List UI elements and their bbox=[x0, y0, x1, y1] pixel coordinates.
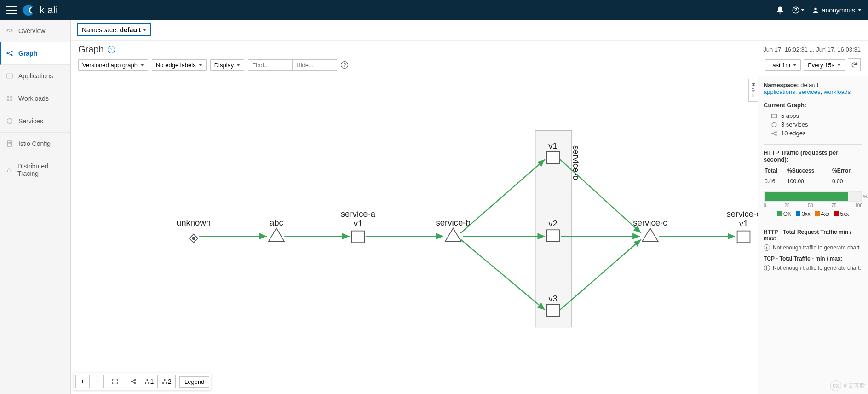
sidebar-item-graph[interactable]: Graph bbox=[0, 42, 70, 65]
sidebar-item-label: Workloads bbox=[18, 95, 49, 102]
sidebar-item-label: Overview bbox=[18, 27, 45, 35]
display-label: Display bbox=[214, 62, 234, 69]
sidebar-item-applications[interactable]: Applications bbox=[0, 65, 70, 87]
graph-controls: + − 1 bbox=[74, 373, 211, 390]
help-menu[interactable] bbox=[792, 6, 805, 14]
tick: 75 bbox=[831, 203, 836, 208]
refresh-icon bbox=[851, 62, 857, 68]
find-input[interactable] bbox=[248, 60, 293, 70]
zoom-in-button[interactable]: + bbox=[76, 375, 90, 388]
graph-icon bbox=[6, 50, 14, 57]
sidebar-item-overview[interactable]: Overview bbox=[0, 20, 70, 42]
svg-line-7 bbox=[8, 52, 11, 53]
link-workloads[interactable]: workloads bbox=[824, 88, 851, 95]
zoom-out-button[interactable]: − bbox=[90, 375, 103, 388]
node-service-a-title: service-a bbox=[341, 209, 376, 219]
sidebar: Overview Graph Applications Workloads Se… bbox=[0, 20, 71, 394]
svg-marker-15 bbox=[7, 118, 12, 124]
sidebar-item-label: Services bbox=[18, 117, 43, 125]
refresh-interval-selector[interactable]: Every 15s bbox=[804, 59, 845, 71]
user-menu[interactable]: anonymous bbox=[812, 6, 862, 14]
node-v3-label: v3 bbox=[548, 294, 558, 303]
svg-rect-13 bbox=[7, 99, 9, 101]
graph-canvas[interactable]: service-b unknown abc service-a v1 servi… bbox=[71, 76, 868, 394]
app-header: kiali anonymous bbox=[0, 0, 868, 20]
help-circle-icon bbox=[792, 6, 800, 14]
services-icon bbox=[6, 117, 14, 125]
svg-point-52 bbox=[134, 379, 135, 380]
gauge-icon bbox=[6, 27, 14, 35]
chevron-down-icon bbox=[793, 64, 797, 66]
chevron-down-icon bbox=[140, 64, 144, 66]
graph-type-label: Versioned app graph bbox=[82, 62, 138, 69]
stat-edges: 10 edges bbox=[764, 129, 862, 138]
refresh-button[interactable] bbox=[848, 58, 861, 71]
hide-label: Hide bbox=[751, 83, 756, 94]
svg-rect-44 bbox=[772, 114, 777, 117]
layout-icon bbox=[161, 378, 168, 385]
stat-services-value: 3 services bbox=[781, 121, 808, 128]
sidebar-item-services[interactable]: Services bbox=[0, 110, 70, 133]
traffic-bar-chart: % 0 25 50 75 100 OK 3xx 4xx 5xx bbox=[764, 191, 862, 217]
watermark: CX 创新互联 bbox=[830, 380, 865, 391]
node-service-c-tri-label: service-c bbox=[633, 218, 667, 227]
namespace-prefix: Namespace: bbox=[82, 26, 118, 34]
sidebar-item-label: Istio Config bbox=[18, 140, 51, 147]
info-icon: i bbox=[764, 244, 770, 251]
legend-button[interactable]: Legend bbox=[179, 376, 209, 388]
tick: 25 bbox=[784, 203, 789, 208]
refresh-label: Every 15s bbox=[808, 62, 834, 69]
layout-2-button[interactable]: 2 bbox=[158, 375, 175, 388]
layout-default-button[interactable] bbox=[126, 375, 140, 388]
duration-selector[interactable]: Last 1m bbox=[765, 59, 801, 71]
link-services[interactable]: services bbox=[799, 88, 821, 95]
svg-point-1 bbox=[795, 12, 796, 12]
main-content: Namespace: default Graph ? Jun 17, 16:02… bbox=[71, 20, 868, 394]
svg-point-25 bbox=[192, 237, 195, 240]
namespace-selector[interactable]: Namespace: default bbox=[77, 23, 151, 36]
applications-icon bbox=[6, 72, 14, 80]
details-ns-label: Namespace: bbox=[764, 81, 799, 88]
legend-3xx: 3xx bbox=[796, 211, 811, 217]
find-help-icon[interactable]: ? bbox=[341, 61, 348, 69]
svg-line-49 bbox=[773, 132, 776, 133]
service-icon bbox=[771, 122, 777, 128]
link-applications[interactable]: applications bbox=[764, 88, 795, 95]
svg-point-22 bbox=[9, 168, 10, 169]
layout-1-button[interactable]: 1 bbox=[140, 375, 158, 388]
stat-apps-value: 5 apps bbox=[781, 112, 799, 119]
graph-type-selector[interactable]: Versioned app graph bbox=[78, 59, 148, 71]
brand-logo[interactable]: kiali bbox=[23, 4, 58, 16]
svg-rect-30 bbox=[546, 230, 559, 242]
namespace-value: default bbox=[120, 26, 141, 34]
td-error: 0.00 bbox=[831, 176, 862, 187]
tracing-icon bbox=[6, 166, 13, 174]
th-success: %Success bbox=[786, 166, 831, 176]
node-service-c-sub: v1 bbox=[739, 219, 748, 228]
hamburger-menu-button[interactable] bbox=[6, 6, 17, 14]
svg-point-5 bbox=[11, 51, 12, 52]
display-selector[interactable]: Display bbox=[210, 59, 245, 71]
edge-labels-selector[interactable]: No edge labels bbox=[152, 59, 207, 71]
hide-input[interactable] bbox=[293, 60, 337, 70]
fit-to-screen-button[interactable] bbox=[108, 375, 122, 388]
sidebar-item-label: Distributed Tracing bbox=[17, 162, 65, 177]
layout-icon bbox=[144, 378, 150, 385]
sidebar-item-distributed-tracing[interactable]: Distributed Tracing bbox=[0, 155, 70, 185]
layout-2-label: 2 bbox=[168, 378, 172, 385]
svg-point-59 bbox=[164, 379, 165, 380]
current-graph-heading: Current Graph: bbox=[764, 102, 862, 109]
page-help-icon[interactable]: ? bbox=[108, 46, 115, 53]
svg-marker-32 bbox=[642, 228, 658, 242]
th-total: Total bbox=[764, 166, 786, 176]
sidebar-item-istio-config[interactable]: Istio Config bbox=[0, 133, 70, 155]
svg-point-4 bbox=[7, 53, 8, 54]
fullscreen-icon bbox=[112, 378, 118, 385]
svg-point-56 bbox=[146, 379, 147, 380]
node-service-a-sub: v1 bbox=[354, 219, 363, 228]
hide-panel-button[interactable]: Hide » bbox=[748, 79, 758, 102]
sidebar-item-workloads[interactable]: Workloads bbox=[0, 87, 70, 110]
bell-icon[interactable] bbox=[776, 6, 784, 14]
details-ns-value: default bbox=[800, 81, 818, 88]
svg-point-46 bbox=[772, 133, 773, 133]
